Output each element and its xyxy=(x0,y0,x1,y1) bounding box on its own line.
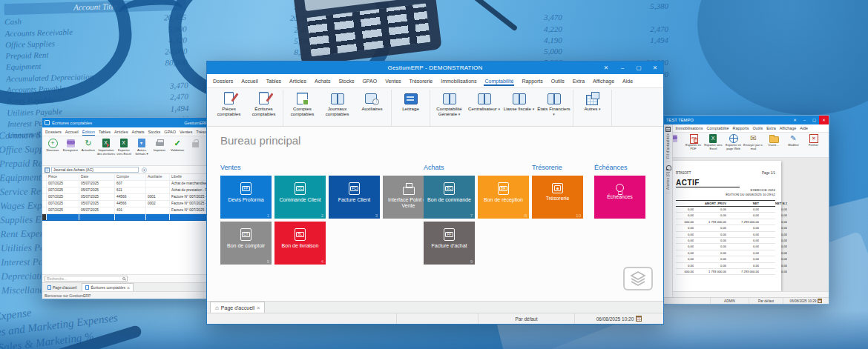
status-datetime[interactable]: 06/08/2025 10:29 xyxy=(783,298,829,304)
toolbar-button[interactable]: Exporter vers Excel xyxy=(703,134,723,157)
menu-item[interactable]: Affichage xyxy=(780,126,796,130)
ribbon-button[interactable]: Comptabilité Générale ▾ xyxy=(432,90,467,117)
toolbar-button[interactable]: Ouvrir... xyxy=(763,134,783,157)
menu-item[interactable]: Trésorerie xyxy=(409,76,434,86)
toolbar-button[interactable]: Importation des écritures xyxy=(97,138,115,165)
right-window-titlebar[interactable]: TEST TEMPO ✕–▢ ✕ xyxy=(663,116,829,124)
window-control-button[interactable]: ✕ xyxy=(647,62,663,74)
column-header[interactable]: Auxiliaire xyxy=(146,174,170,180)
ribbon-button[interactable]: Auxiliaires xyxy=(355,90,389,112)
dashboard-tile[interactable]: FF Facture d'achat 9 xyxy=(424,222,475,265)
column-header[interactable]: Libellé xyxy=(170,174,210,180)
document-tab[interactable]: Page d'accueil xyxy=(45,283,81,291)
column-header[interactable]: Date xyxy=(79,174,115,180)
journal-combo[interactable]: Journal des Achats (AC) xyxy=(51,167,139,173)
toolbar-button[interactable]: Exporter en PDF xyxy=(683,134,703,157)
horizontal-scrollbar[interactable] xyxy=(673,291,829,297)
dashboard-tile[interactable]: FP Devis Proforma 1 xyxy=(220,176,272,219)
menu-item[interactable]: Stocks xyxy=(148,128,161,136)
left-window-titlebar[interactable]: Écritures comptables GestiumERP xyxy=(42,118,210,127)
toolbar-button[interactable]: Nouveau xyxy=(44,138,62,165)
window-control-button[interactable]: – xyxy=(614,62,631,74)
menu-item[interactable]: Immobilisations xyxy=(675,126,703,130)
ribbon-button[interactable]: Pièces comptables xyxy=(211,90,246,117)
menu-item[interactable]: Extra xyxy=(572,76,585,86)
menu-item[interactable]: Accueil xyxy=(240,76,259,86)
menu-item[interactable]: Comptabilité xyxy=(707,126,729,130)
ribbon-button[interactable]: Centralisateur ▾ xyxy=(467,90,502,112)
dashboard-tile[interactable]: CT Bon de comptoir 5 xyxy=(220,222,272,265)
menu-item[interactable]: Aide xyxy=(622,76,634,86)
ribbon-button[interactable]: Journaux comptables xyxy=(320,90,355,117)
ribbon-button[interactable]: Comptes comptables xyxy=(285,90,320,117)
dashboard-tile[interactable]: BC Bon de commande 7 xyxy=(424,176,475,219)
tab-close-icon[interactable]: × xyxy=(257,305,260,310)
search-input[interactable]: Recherche... xyxy=(45,276,128,282)
dashboard-tile[interactable]: Trésorerie 10 xyxy=(532,176,583,219)
main-titlebar[interactable]: GestiumERP - DEMONSTRATION ✕–▢✕ xyxy=(207,62,663,74)
window-control-button[interactable]: ▢ xyxy=(809,116,819,124)
toolbar-button[interactable] xyxy=(186,138,204,165)
menu-item[interactable]: Comptabilité xyxy=(484,76,514,86)
ribbon-button[interactable]: Liasse fiscale ▾ xyxy=(502,90,536,112)
table-row[interactable]: 007/202505/07/2025401Facture N° 007/2025… xyxy=(42,207,210,214)
ribbon-button[interactable]: Lettrage xyxy=(393,90,428,112)
side-tab[interactable]: Alertes [0] xyxy=(665,165,671,193)
toolbar-button[interactable]: Fermer xyxy=(803,134,823,157)
menu-item[interactable]: Stocks xyxy=(338,76,355,86)
toolbar-button[interactable]: Validation xyxy=(168,138,186,165)
menu-item[interactable]: Dossiers xyxy=(45,128,62,136)
menu-item[interactable]: GPAO xyxy=(164,128,176,136)
toolbar-button[interactable]: Autres formats ▾ xyxy=(133,138,151,165)
window-control-button[interactable]: ✕ xyxy=(598,62,614,74)
window-control-button[interactable]: ▢ xyxy=(631,62,647,74)
window-control-button[interactable]: – xyxy=(800,116,809,124)
table-row[interactable]: 007/202505/07/2025611Achat de prestation… xyxy=(42,187,210,194)
menu-item[interactable]: Édition xyxy=(82,128,95,136)
dashboard-tile[interactable]: FC Facture Client 3 xyxy=(329,176,380,219)
dashboard-tile[interactable]: Échéances xyxy=(594,176,645,219)
menu-item[interactable]: Ventes xyxy=(180,128,192,136)
table-row[interactable]: 007/202505/07/2025607Achat de marchandis… xyxy=(42,181,210,187)
selected-empty-row[interactable] xyxy=(42,214,210,221)
ribbon-button[interactable]: Écritures comptables xyxy=(246,90,281,117)
toolbar-button[interactable]: Actualiser xyxy=(79,138,97,165)
toolbar-button[interactable]: Exporter vers Excel xyxy=(115,138,133,165)
menu-item[interactable]: Rapports xyxy=(521,76,543,86)
menu-item[interactable]: Accueil xyxy=(65,128,79,136)
menu-item[interactable]: Tables xyxy=(99,128,111,136)
tab-close-icon[interactable]: × xyxy=(127,285,130,290)
table-row[interactable]: 007/202505/07/2025445660001Facture N° 00… xyxy=(42,194,210,201)
menu-item[interactable]: GPAO xyxy=(361,76,378,86)
status-datetime[interactable]: 06/08/2025 10:20 xyxy=(574,313,663,324)
menu-item[interactable]: Achats xyxy=(314,76,331,86)
window-control-button[interactable]: ✕ xyxy=(790,116,800,124)
menu-item[interactable]: Dossiers xyxy=(212,76,234,86)
dashboard-tile[interactable]: CC Commande Client 2 xyxy=(274,176,326,219)
dashboard-tile[interactable]: BR Bon de réception 8 xyxy=(478,176,529,219)
menu-item[interactable]: Outils xyxy=(752,126,763,130)
combo-dropdown-icon[interactable]: ▾ xyxy=(142,167,147,173)
toolbar-button[interactable]: Envoyer par e-mail xyxy=(743,134,763,157)
menu-item[interactable]: Outils xyxy=(550,76,565,86)
menu-item[interactable]: Articles xyxy=(289,76,307,86)
layers-button[interactable] xyxy=(623,267,653,290)
document-tab[interactable]: Écritures comptables × xyxy=(82,283,134,291)
menu-item[interactable]: Articles xyxy=(114,128,128,136)
toolbar-button[interactable]: Enregistrer xyxy=(62,138,79,165)
side-tab[interactable]: Fil d'actualités xyxy=(665,127,671,162)
ribbon-button[interactable]: États Financiers ▾ xyxy=(536,90,571,117)
menu-item[interactable]: Extra xyxy=(766,126,776,130)
menu-item[interactable]: Achats xyxy=(131,128,144,136)
menu-item[interactable]: Rapports xyxy=(733,126,749,130)
column-header[interactable]: Compte xyxy=(115,174,146,180)
column-header[interactable]: Pièce xyxy=(47,174,79,180)
tab-page-accueil[interactable]: ⌂ Page d'accueil × xyxy=(210,302,265,313)
toolbar-button[interactable]: Exporter en page Web xyxy=(723,134,743,157)
toolbar-button[interactable] xyxy=(673,134,683,157)
menu-item[interactable]: Immobilisations xyxy=(440,76,477,86)
menu-item[interactable]: Affichage xyxy=(592,76,615,86)
toolbar-button[interactable]: Modifier xyxy=(783,134,803,157)
dashboard-tile[interactable]: BL Bon de livraison 4 xyxy=(274,222,326,265)
ribbon-button[interactable]: Autres ▾ xyxy=(575,90,610,112)
